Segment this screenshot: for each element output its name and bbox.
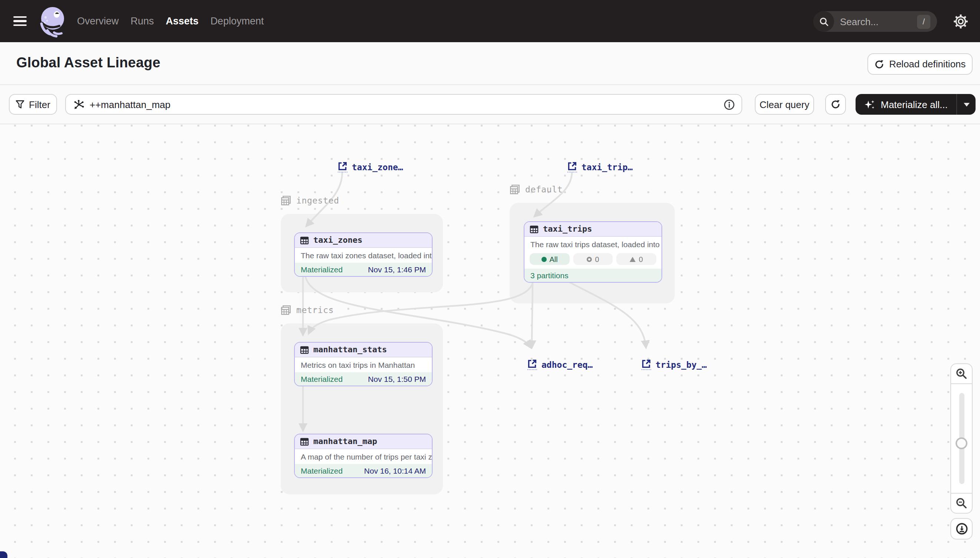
app-root: Overview Runs Assets Deployment / (0, 0, 980, 558)
asset-footer: Materialized Nov 16, 10:14 AM (295, 464, 432, 478)
partition-health-row: All 0 0 (524, 252, 662, 269)
lineage-canvas[interactable] (0, 124, 980, 558)
external-asset-taxi-zone[interactable]: taxi_zone… (338, 161, 404, 172)
dagster-logo[interactable] (37, 4, 70, 38)
funnel-icon (16, 100, 25, 109)
global-search[interactable]: / (813, 11, 937, 32)
table-icon (300, 437, 309, 446)
zoom-slider (950, 384, 973, 493)
materialize-all-button[interactable]: Materialize all... (856, 94, 957, 115)
asset-node-manhattan-stats[interactable]: manhattan_stats Metrics on taxi trips in… (294, 342, 433, 386)
asset-footer: 3 partitions (524, 269, 662, 282)
group-label-metrics[interactable]: metrics (281, 305, 334, 315)
nav-item-assets[interactable]: Assets (166, 16, 199, 27)
external-asset-trips-by[interactable]: trips_by_… (641, 359, 707, 370)
external-link-icon (527, 359, 537, 370)
external-link-icon (641, 359, 651, 370)
page-title: Global Asset Lineage (16, 55, 160, 71)
asset-description: Metrics on taxi trips in Manhattan (295, 358, 432, 372)
zoom-out-button[interactable] (950, 493, 973, 514)
table-icon (530, 225, 539, 233)
asset-description: A map of the number of trips per taxi z.… (295, 449, 432, 464)
status-badge: Materialized (301, 466, 343, 475)
status-badge: Materialized (301, 374, 343, 383)
materialize-dropdown-button[interactable] (957, 94, 976, 115)
zoom-slider-thumb[interactable] (955, 437, 967, 449)
nav-item-overview[interactable]: Overview (77, 16, 119, 27)
asset-footer: Materialized Nov 15, 1:50 PM (295, 372, 432, 386)
table-icon (300, 236, 309, 245)
materialization-timestamp[interactable]: Nov 16, 10:14 AM (364, 466, 426, 475)
asset-node-header: taxi_zones (295, 233, 432, 248)
materialize-all-split-button: Materialize all... (856, 94, 976, 115)
materialization-timestamp[interactable]: Nov 15, 1:50 PM (368, 374, 426, 383)
clear-query-button[interactable]: Clear query (755, 94, 814, 115)
asset-selection-value: ++manhattan_map (90, 99, 170, 110)
table-icon (300, 345, 309, 354)
asset-selection-input[interactable]: ++manhattan_map (65, 94, 742, 115)
zoom-controls (950, 363, 973, 540)
external-asset-adhoc-req[interactable]: adhoc_req… (527, 359, 593, 370)
settings-gear-icon[interactable] (953, 13, 969, 30)
chevron-down-icon (964, 102, 970, 106)
zoom-in-button[interactable] (950, 363, 973, 384)
top-navbar: Overview Runs Assets Deployment / (0, 0, 980, 42)
page-header: Global Asset Lineage Reload definitions (0, 42, 980, 85)
partitions-count[interactable]: 3 partitions (530, 271, 568, 280)
download-icon (955, 522, 968, 535)
table-group-icon (281, 195, 291, 206)
search-shortcut-badge: / (917, 15, 931, 28)
asset-description: The raw taxi zones dataset, loaded int..… (295, 248, 432, 263)
refresh-graph-button[interactable] (825, 94, 846, 115)
zoom-in-icon (955, 368, 967, 380)
op-selector-icon (73, 99, 84, 110)
search-icon (813, 11, 834, 32)
table-group-icon (281, 305, 291, 315)
materialization-timestamp[interactable]: Nov 15, 1:46 PM (368, 265, 426, 274)
external-link-icon (567, 161, 577, 172)
partition-pill-failed[interactable]: 0 (617, 253, 656, 265)
group-label-default[interactable]: default (510, 184, 563, 195)
search-input[interactable] (840, 16, 911, 27)
primary-nav: Overview Runs Assets Deployment (77, 16, 264, 27)
asset-footer: Materialized Nov 15, 1:46 PM (295, 263, 432, 276)
asset-node-header: taxi_trips (524, 222, 662, 237)
reload-definitions-button[interactable]: Reload definitions (867, 53, 973, 75)
asset-node-header: manhattan_map (295, 435, 432, 449)
table-group-icon (510, 184, 520, 195)
external-link-icon (338, 161, 348, 172)
sparkle-icon (865, 99, 876, 110)
zoom-out-icon (955, 497, 967, 509)
partition-pill-materialized[interactable]: All (530, 253, 569, 265)
triangle-icon (630, 256, 636, 262)
hamburger-menu-icon[interactable] (13, 16, 27, 26)
ring-icon (587, 256, 592, 262)
partition-pill-missing[interactable]: 0 (573, 253, 613, 265)
nav-item-runs[interactable]: Runs (131, 16, 154, 27)
asset-node-manhattan-map[interactable]: manhattan_map A map of the number of tri… (294, 434, 433, 478)
group-label-ingested[interactable]: ingested (281, 195, 339, 206)
nav-item-deployment[interactable]: Deployment (210, 16, 264, 27)
external-asset-taxi-trip[interactable]: taxi_trip… (567, 161, 633, 172)
download-view-button[interactable] (950, 518, 973, 540)
asset-node-header: manhattan_stats (295, 343, 432, 358)
lineage-toolbar: Filter ++manhattan_map (0, 85, 980, 124)
filter-button[interactable]: Filter (9, 94, 57, 115)
query-info-icon[interactable] (724, 99, 735, 110)
asset-node-taxi-trips[interactable]: taxi_trips The raw taxi trips dataset, l… (524, 221, 662, 283)
status-badge: Materialized (301, 265, 343, 274)
reload-icon (875, 59, 885, 69)
refresh-icon (830, 99, 841, 110)
asset-node-taxi-zones[interactable]: taxi_zones The raw taxi zones dataset, l… (294, 232, 433, 277)
filled-dot-icon (542, 256, 547, 262)
asset-description: The raw taxi trips dataset, loaded into … (524, 237, 662, 252)
